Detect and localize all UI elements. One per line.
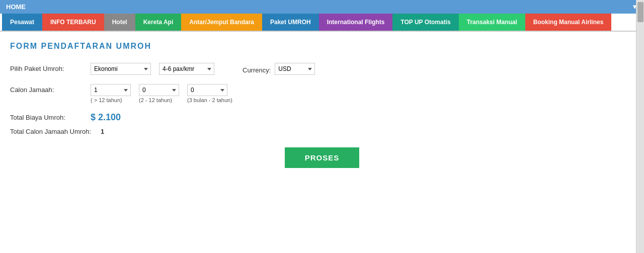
child-group: 0 1 2 3 (2 - 12 tahun) — [139, 84, 179, 103]
tab-booking-manual-airlines[interactable]: Booking Manual Airlines — [525, 14, 612, 31]
tab-hotel[interactable]: Hotel — [104, 14, 135, 31]
tab-kereta-api[interactable]: Kereta Api — [135, 14, 182, 31]
jamaah-controls: 1 2 3 4 5 ( > 12 tahun) 0 1 2 3 (2 - 12 … — [91, 84, 232, 103]
currency-select[interactable]: USD IDR EUR — [275, 63, 315, 75]
pilih-paket-row: Pilih Paket Umroh: Ekonomi Bisnis Premiu… — [10, 63, 634, 75]
proses-button-container: PROSES — [10, 147, 634, 168]
total-biaya-value: $ 2.100 — [91, 112, 121, 123]
tab-paket-umroh[interactable]: Paket UMROH — [262, 14, 319, 31]
adult-sublabel: ( > 12 tahun) — [91, 97, 122, 103]
pilih-paket-label: Pilih Paket Umroh: — [10, 63, 91, 72]
calon-jamaah-label: Calon Jamaah: — [10, 84, 91, 94]
tab-transaksi-manual[interactable]: Transaksi Manual — [459, 14, 525, 31]
child-select[interactable]: 0 1 2 3 — [139, 84, 179, 96]
tab-international-flights[interactable]: International Flights — [319, 14, 393, 31]
total-jamaah-label: Total Calon Jamaah Umroh: — [10, 128, 101, 135]
infant-sublabel: (3 bulan - 2 tahun) — [187, 97, 232, 103]
infant-group: 0 1 2 (3 bulan - 2 tahun) — [187, 84, 232, 103]
main-content: FORM PENDAFTARAN UMROH Pilih Paket Umroh… — [0, 32, 644, 178]
tab-top-up-otomatis[interactable]: TOP UP Otomatis — [392, 14, 458, 31]
total-biaya-row: Total Biaya Umroh: $ 2.100 — [10, 112, 634, 123]
total-biaya-label: Total Biaya Umroh: — [10, 114, 91, 121]
total-jamaah-row: Total Calon Jamaah Umroh: 1 — [10, 128, 634, 135]
top-bar: HOME ▼ — [0, 0, 644, 14]
home-title: HOME — [6, 3, 26, 11]
total-jamaah-value: 1 — [101, 128, 104, 135]
adult-select[interactable]: 1 2 3 4 5 — [91, 84, 131, 96]
proses-button[interactable]: PROSES — [285, 147, 360, 168]
form-title: FORM PENDAFTARAN UMROH — [10, 42, 634, 51]
pax-kmr-select[interactable]: 4-6 pax/kmr 7-9 pax/kmr 1-3 pax/kmr — [159, 63, 214, 75]
child-sublabel: (2 - 12 tahun) — [139, 97, 172, 103]
adult-group: 1 2 3 4 5 ( > 12 tahun) — [91, 84, 131, 103]
paket-umroh-select[interactable]: Ekonomi Bisnis Premium — [91, 63, 151, 75]
currency-label: Currency: — [243, 64, 271, 74]
pilih-paket-controls: Ekonomi Bisnis Premium 4-6 pax/kmr 7-9 p… — [91, 63, 315, 75]
right-scrollbar[interactable] — [636, 0, 644, 178]
scrollbar-thumb[interactable] — [637, 2, 643, 22]
calon-jamaah-row: Calon Jamaah: 1 2 3 4 5 ( > 12 tahun) 0 … — [10, 84, 634, 103]
currency-group: Currency: USD IDR EUR — [243, 63, 315, 75]
infant-select[interactable]: 0 1 2 — [187, 84, 227, 96]
tab-pesawat[interactable]: Pesawat — [2, 14, 42, 31]
main-nav: Pesawat INFO TERBARU Hotel Kereta Api An… — [0, 14, 644, 32]
tab-antar-jemput[interactable]: Antar/Jemput Bandara — [181, 14, 262, 31]
tab-info-terbaru[interactable]: INFO TERBARU — [42, 14, 104, 31]
